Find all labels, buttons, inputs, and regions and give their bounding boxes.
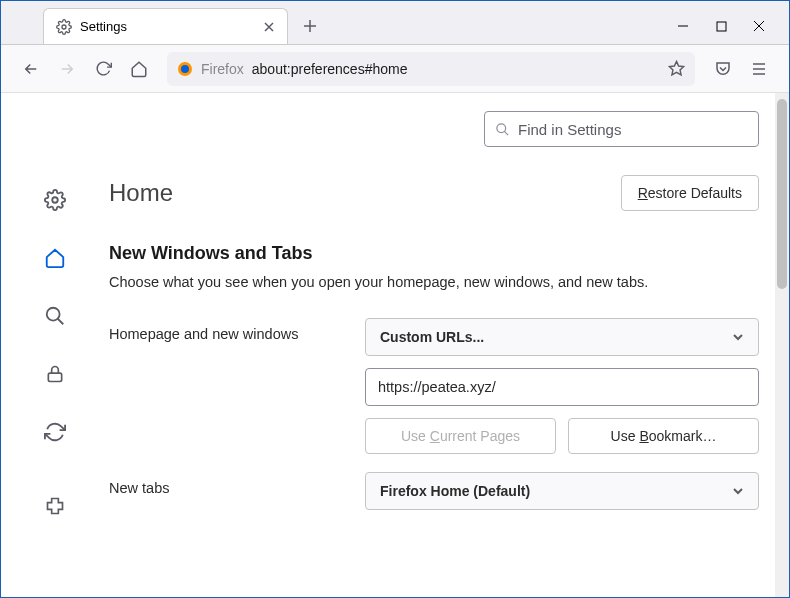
restore-defaults-button[interactable]: Restore Defaults xyxy=(621,175,759,211)
new-tab-button[interactable] xyxy=(296,12,324,40)
titlebar: Settings xyxy=(1,1,789,45)
sidebar xyxy=(1,93,109,598)
chevron-down-icon xyxy=(732,331,744,343)
forward-button[interactable] xyxy=(51,53,83,85)
svg-rect-7 xyxy=(48,373,61,381)
window-controls xyxy=(675,18,789,34)
newtabs-select[interactable]: Firefox Home (Default) xyxy=(365,472,759,510)
back-button[interactable] xyxy=(15,53,47,85)
content-area: Find in Settings Home Restore Defaults N… xyxy=(1,93,789,598)
svg-point-6 xyxy=(47,308,60,321)
url-bar[interactable]: Firefox about:preferences#home xyxy=(167,52,695,86)
sidebar-item-home[interactable] xyxy=(38,241,72,275)
minimize-button[interactable] xyxy=(675,18,691,34)
tab-title: Settings xyxy=(80,19,127,34)
main-panel: Find in Settings Home Restore Defaults N… xyxy=(109,93,789,598)
page-title: Home xyxy=(109,179,173,207)
homepage-label: Homepage and new windows xyxy=(109,318,365,342)
newtabs-label: New tabs xyxy=(109,472,365,496)
sidebar-item-search[interactable] xyxy=(38,299,72,333)
svg-point-8 xyxy=(497,123,506,132)
section-title: New Windows and Tabs xyxy=(109,243,759,264)
svg-point-0 xyxy=(62,25,66,29)
search-placeholder: Find in Settings xyxy=(518,121,621,138)
sidebar-item-extensions[interactable] xyxy=(38,489,72,523)
close-tab-icon[interactable] xyxy=(259,17,279,37)
home-button[interactable] xyxy=(123,53,155,85)
sidebar-item-general[interactable] xyxy=(38,183,72,217)
gear-icon xyxy=(56,19,72,35)
reload-button[interactable] xyxy=(87,53,119,85)
toolbar: Firefox about:preferences#home xyxy=(1,45,789,93)
use-current-pages-button[interactable]: Use Current Pages xyxy=(365,418,556,454)
url-identity: Firefox xyxy=(201,61,244,77)
row-newtabs: New tabs Firefox Home (Default) xyxy=(109,472,759,510)
homepage-select[interactable]: Custom URLs... xyxy=(365,318,759,356)
svg-marker-4 xyxy=(669,61,683,74)
maximize-button[interactable] xyxy=(713,18,729,34)
homepage-url-input[interactable] xyxy=(365,368,759,406)
app-menu-button[interactable] xyxy=(743,53,775,85)
section-desc: Choose what you see when you open your h… xyxy=(109,274,759,290)
scrollbar-track[interactable] xyxy=(775,93,789,598)
scrollbar-thumb[interactable] xyxy=(777,99,787,289)
use-bookmark-button[interactable]: Use Bookmark… xyxy=(568,418,759,454)
svg-point-5 xyxy=(52,197,58,203)
svg-point-3 xyxy=(181,65,189,73)
bookmark-star-icon[interactable] xyxy=(668,60,685,77)
firefox-logo-icon xyxy=(177,61,193,77)
url-text: about:preferences#home xyxy=(252,61,660,77)
sidebar-item-sync[interactable] xyxy=(38,415,72,449)
pocket-button[interactable] xyxy=(707,53,739,85)
svg-rect-1 xyxy=(717,22,726,31)
chevron-down-icon xyxy=(732,485,744,497)
browser-tab[interactable]: Settings xyxy=(43,8,288,44)
close-window-button[interactable] xyxy=(751,18,767,34)
settings-search-input[interactable]: Find in Settings xyxy=(484,111,759,147)
row-homepage: Homepage and new windows Custom URLs... … xyxy=(109,318,759,454)
sidebar-item-privacy[interactable] xyxy=(38,357,72,391)
